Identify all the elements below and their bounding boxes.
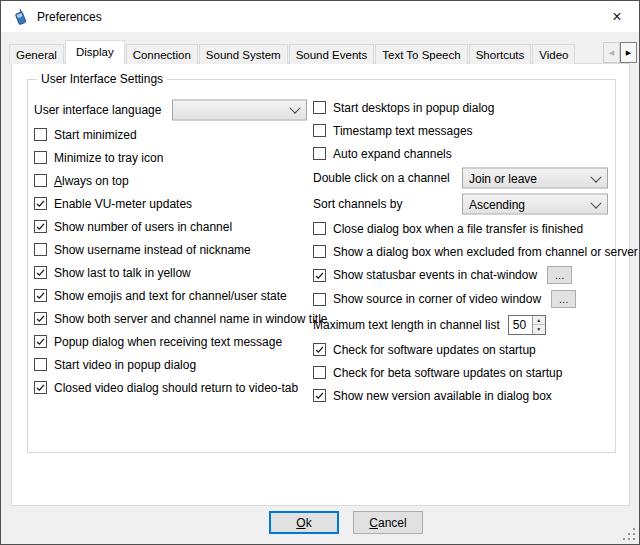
tab-display[interactable]: Display <box>65 40 125 64</box>
checkbox-closed-video-dialog-should-return-to-video-tab[interactable] <box>34 381 47 394</box>
checkbox-label: Always on top <box>54 174 129 188</box>
combo-row: User interface language <box>34 96 312 123</box>
checkbox-label: Show number of users in channel <box>54 220 232 234</box>
dropdown-user-interface-language[interactable] <box>172 99 307 120</box>
checkbox-row: Popup dialog when receiving text message <box>34 330 312 353</box>
checkbox-label: Show emojis and text for channel/user st… <box>54 289 287 303</box>
checkbox-label: Minimize to tray icon <box>54 151 163 165</box>
display-tab-page: User Interface Settings User interface l… <box>11 63 630 506</box>
checkbox-show-last-to-talk-in-yellow[interactable] <box>34 266 47 279</box>
checkbox-show-both-server-and-channel-name-in-window-title[interactable] <box>34 312 47 325</box>
checkbox-always-on-top[interactable] <box>34 174 47 187</box>
tab-video[interactable]: Video <box>532 44 575 64</box>
checkbox-label: Show username instead of nickname <box>54 243 251 257</box>
checkbox-row: Start video in popup dialog <box>34 353 312 376</box>
dropdown-value: Ascending <box>469 197 525 211</box>
checkbox-label: Start minimized <box>54 128 137 142</box>
checkmark-icon <box>35 382 46 393</box>
spin-up-icon[interactable]: ▲ <box>533 316 545 325</box>
checkbox-row: Show both server and channel name in win… <box>34 307 312 330</box>
checkbox-show-statusbar-events-in-chat-window[interactable] <box>313 269 326 282</box>
checkbox-label: Closed video dialog should return to vid… <box>54 381 298 395</box>
checkbox-start-video-in-popup-dialog[interactable] <box>34 358 47 371</box>
dropdown-sort-channels-by[interactable]: Ascending <box>462 194 608 215</box>
checkmark-icon <box>35 221 46 232</box>
field-label: Sort channels by <box>313 197 402 211</box>
ok-button[interactable]: Ok <box>269 511 339 534</box>
checkbox-label: Show both server and channel name in win… <box>54 312 328 326</box>
tab-sound-system[interactable]: Sound System <box>199 44 288 64</box>
field-label: Maximum text length in channel list <box>313 318 500 332</box>
checkbox-label: Auto expand channels <box>333 147 452 161</box>
more-button-show-source-in-corner-of-video-window[interactable]: ... <box>551 290 576 308</box>
app-icon <box>12 9 28 25</box>
resize-grip-icon[interactable] <box>622 527 635 540</box>
checkbox-row: Auto expand channels <box>313 142 613 165</box>
checkbox-show-number-of-users-in-channel[interactable] <box>34 220 47 233</box>
tab-scroll-buttons: ◀ ▶ <box>603 42 637 63</box>
checkbox-minimize-to-tray-icon[interactable] <box>34 151 47 164</box>
checkbox-row: Start desktops in popup dialog <box>313 96 613 119</box>
checkmark-icon <box>35 267 46 278</box>
checkbox-enable-vu-meter-updates[interactable] <box>34 197 47 210</box>
spin-row: Maximum text length in channel list50▲▼ <box>313 311 613 338</box>
checkmark-icon <box>314 344 325 355</box>
checkbox-show-a-dialog-box-when-excluded-from-channel-or-server[interactable] <box>313 245 326 258</box>
settings-right-column: Start desktops in popup dialogTimestamp … <box>313 96 613 407</box>
checkmark-icon <box>314 270 325 281</box>
checkbox-row: Always on top <box>34 169 312 192</box>
checkbox-show-emojis-and-text-for-channel-user-state[interactable] <box>34 289 47 302</box>
checkbox-label: Show statusbar events in chat-window <box>333 268 537 282</box>
spinbox-value: 50 <box>509 316 532 334</box>
checkbox-check-for-beta-software-updates-on-startup[interactable] <box>313 366 326 379</box>
cancel-button[interactable]: Cancel <box>353 511 423 534</box>
checkbox-row: Timestamp text messages <box>313 119 613 142</box>
checkmark-icon <box>35 198 46 209</box>
checkbox-start-desktops-in-popup-dialog[interactable] <box>313 101 326 114</box>
close-icon[interactable]: × <box>601 1 633 32</box>
checkbox-start-minimized[interactable] <box>34 128 47 141</box>
tab-shortcuts[interactable]: Shortcuts <box>469 44 532 64</box>
checkbox-label: Popup dialog when receiving text message <box>54 335 282 349</box>
tab-scroll-left-icon[interactable]: ◀ <box>603 42 620 63</box>
checkbox-row: Show a dialog box when excluded from cha… <box>313 240 613 263</box>
spinbox-arrows: ▲▼ <box>532 316 545 334</box>
checkbox-row: Show new version available in dialog box <box>313 384 613 407</box>
tab-connection[interactable]: Connection <box>126 44 198 64</box>
chevron-down-icon <box>590 197 601 208</box>
spinbox-maximum-text-length-in-channel-list[interactable]: 50▲▼ <box>508 315 546 335</box>
checkbox-label: Show last to talk in yellow <box>54 266 191 280</box>
checkbox-label: Show source in corner of video window <box>333 292 541 306</box>
checkbox-row: Start minimized <box>34 123 312 146</box>
tab-general[interactable]: General <box>9 44 64 64</box>
spin-down-icon[interactable]: ▼ <box>533 324 545 334</box>
tab-sound-events[interactable]: Sound Events <box>289 44 375 64</box>
checkmark-icon <box>314 390 325 401</box>
checkbox-row: Check for beta software updates on start… <box>313 361 613 384</box>
checkbox-more-row: Show statusbar events in chat-window... <box>313 263 613 287</box>
field-label: Double click on a channel <box>313 171 450 185</box>
checkbox-label: Start video in popup dialog <box>54 358 196 372</box>
checkbox-popup-dialog-when-receiving-text-message[interactable] <box>34 335 47 348</box>
checkbox-show-source-in-corner-of-video-window[interactable] <box>313 293 326 306</box>
checkbox-label: Check for software updates on startup <box>333 343 536 357</box>
tab-scroll-right-icon[interactable]: ▶ <box>620 42 637 63</box>
checkbox-close-dialog-box-when-a-file-transfer-is-finished[interactable] <box>313 222 326 235</box>
checkbox-label: Start desktops in popup dialog <box>333 101 494 115</box>
checkbox-show-new-version-available-in-dialog-box[interactable] <box>313 389 326 402</box>
more-button-show-statusbar-events-in-chat-window[interactable]: ... <box>547 266 572 284</box>
checkbox-show-username-instead-of-nickname[interactable] <box>34 243 47 256</box>
combo-row: Sort channels byAscending <box>313 191 613 217</box>
dropdown-double-click-on-a-channel[interactable]: Join or leave <box>462 168 608 189</box>
combo-row: Double click on a channelJoin or leave <box>313 165 613 191</box>
tab-text-to-speech[interactable]: Text To Speech <box>375 44 467 64</box>
checkbox-check-for-software-updates-on-startup[interactable] <box>313 343 326 356</box>
cancel-button-label: Cancel <box>369 516 406 530</box>
chevron-down-icon <box>590 171 601 182</box>
title-bar: Preferences × <box>1 1 639 32</box>
field-label: User interface language <box>34 103 161 117</box>
checkbox-timestamp-text-messages[interactable] <box>313 124 326 137</box>
checkmark-icon <box>35 290 46 301</box>
checkbox-label: Show a dialog box when excluded from cha… <box>333 245 638 259</box>
checkbox-auto-expand-channels[interactable] <box>313 147 326 160</box>
